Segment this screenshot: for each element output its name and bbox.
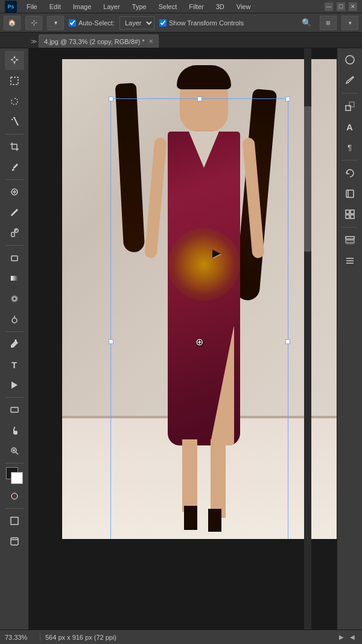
canvas-area: ▶ ⊕	[29, 48, 337, 630]
title-bar-left: Ps File Edit Image Layer Type Select Fil…	[5, 1, 253, 13]
type-panel-button[interactable]: A	[341, 118, 359, 136]
lasso-tool[interactable]	[5, 92, 24, 111]
canvas-container[interactable]: ▶ ⊕	[62, 59, 337, 539]
eraser-tool[interactable]	[5, 248, 24, 267]
right-panel: A ¶	[337, 48, 362, 630]
background-color[interactable]	[11, 472, 23, 484]
panel-collapse-button[interactable]: ≫	[29, 34, 39, 48]
tab-close-button[interactable]: ✕	[148, 38, 153, 45]
svg-rect-42	[346, 237, 354, 239]
document-tab[interactable]: 4.jpg @ 73,3% (2 copy, RGB/8#) * ✕	[39, 34, 159, 48]
svg-rect-1	[11, 77, 18, 84]
shoe-right	[208, 509, 221, 532]
auto-select-label[interactable]: Auto-Select:	[69, 19, 115, 27]
ps-logo: Ps	[5, 1, 17, 13]
blur-tool[interactable]	[5, 289, 24, 308]
menu-edit[interactable]: Edit	[47, 2, 63, 11]
close-button[interactable]: ✕	[349, 2, 357, 11]
color-swatch[interactable]	[5, 466, 24, 485]
menu-3d[interactable]: 3D	[214, 2, 227, 11]
spot-healing-brush[interactable]	[5, 182, 24, 202]
brush-settings-panel[interactable]	[341, 71, 359, 89]
properties-panel-button[interactable]	[341, 185, 359, 203]
status-prev-button[interactable]: ▶	[337, 633, 346, 642]
layers-panel-button[interactable]	[341, 231, 359, 249]
clone-source-panel[interactable]	[341, 97, 359, 115]
layer-dropdown[interactable]: Layer	[119, 16, 154, 30]
auto-select-checkbox[interactable]	[69, 19, 76, 27]
workspace-button[interactable]: ⊞	[320, 16, 337, 30]
leg-right	[211, 439, 226, 518]
svg-rect-40	[346, 215, 349, 218]
svg-rect-41	[351, 215, 354, 218]
svg-marker-0	[10, 56, 19, 65]
gradient-tool[interactable]	[5, 269, 24, 288]
show-transform-label[interactable]: Show Transform Controls	[159, 19, 244, 27]
move-tool-option2[interactable]: ▾	[47, 16, 64, 30]
crop-tool[interactable]	[5, 137, 24, 156]
svg-rect-24	[11, 407, 18, 412]
magic-wand-tool[interactable]	[5, 112, 24, 132]
clone-stamp-tool[interactable]	[5, 223, 24, 243]
zoom-level: 73.33%	[5, 634, 35, 641]
workspace-button2[interactable]: ▾	[341, 16, 358, 30]
menu-type[interactable]: Type	[130, 2, 149, 11]
brush-tool[interactable]	[5, 203, 24, 222]
move-tool-option[interactable]: ⊹	[25, 16, 42, 30]
tab-title: 4.jpg @ 73,3% (2 copy, RGB/8#) *	[44, 38, 145, 45]
menu-image[interactable]: Image	[71, 2, 94, 11]
home-button[interactable]: 🏠	[4, 16, 21, 30]
adjustments-panel-button[interactable]	[341, 51, 359, 69]
svg-point-19	[13, 297, 16, 301]
screen-mode[interactable]	[5, 511, 24, 531]
status-next-button[interactable]: ◀	[348, 633, 357, 642]
hand-tool[interactable]	[5, 421, 24, 440]
screen-mode2[interactable]	[5, 532, 24, 551]
move-tool-button[interactable]	[5, 51, 24, 70]
toolbar-divider-2	[5, 179, 24, 180]
menu-select[interactable]: Select	[156, 2, 180, 11]
channels-panel-button[interactable]	[341, 252, 359, 270]
menu-filter[interactable]: Filter	[186, 2, 206, 11]
zoom-tool[interactable]	[5, 441, 24, 461]
pen-tool[interactable]	[5, 334, 24, 354]
show-transform-checkbox[interactable]	[159, 19, 167, 27]
right-panel-divider-2	[342, 160, 358, 161]
status-nav: ▶ ◀	[337, 633, 357, 642]
rectangular-marquee-tool[interactable]	[5, 71, 24, 91]
svg-point-22	[14, 340, 16, 342]
svg-marker-23	[11, 381, 17, 389]
vertical-scrollbar[interactable]	[304, 48, 311, 630]
toolbar-divider-3	[5, 245, 24, 246]
options-bar: 🏠 ⊹ ▾ Auto-Select: Layer Show Transform …	[0, 13, 362, 33]
svg-rect-30	[11, 517, 18, 524]
search-button[interactable]: 🔍	[298, 16, 315, 30]
svg-rect-36	[346, 190, 354, 197]
eyedropper-tool[interactable]	[5, 158, 24, 177]
paragraph-panel-button[interactable]: ¶	[341, 138, 359, 156]
toolbar-divider-1	[5, 134, 24, 135]
menu-file[interactable]: File	[24, 2, 40, 11]
quick-mask-mode[interactable]	[5, 486, 24, 506]
status-divider	[40, 633, 40, 642]
menu-view[interactable]: View	[234, 2, 253, 11]
scrollbar-thumb[interactable]	[304, 106, 311, 252]
history-panel-button[interactable]	[341, 164, 359, 182]
dodge-tool[interactable]	[5, 310, 24, 329]
svg-rect-43	[346, 240, 354, 243]
right-panel-divider-3	[342, 227, 358, 228]
vneck	[189, 132, 219, 168]
menu-layer[interactable]: Layer	[101, 2, 122, 11]
svg-rect-16	[11, 256, 17, 261]
document-info: 564 px x 916 px (72 ppi)	[45, 634, 332, 641]
maximize-button[interactable]: ☐	[337, 2, 345, 11]
rectangle-shape-tool[interactable]	[5, 400, 24, 419]
text-tool[interactable]: T	[5, 355, 24, 374]
minimize-button[interactable]: —	[325, 2, 333, 11]
woman-figure	[138, 71, 270, 530]
svg-line-26	[16, 452, 18, 454]
workspace: T	[0, 48, 362, 630]
svg-point-20	[12, 318, 17, 323]
libraries-panel-button[interactable]	[341, 205, 359, 223]
path-selection-tool[interactable]	[5, 375, 24, 395]
